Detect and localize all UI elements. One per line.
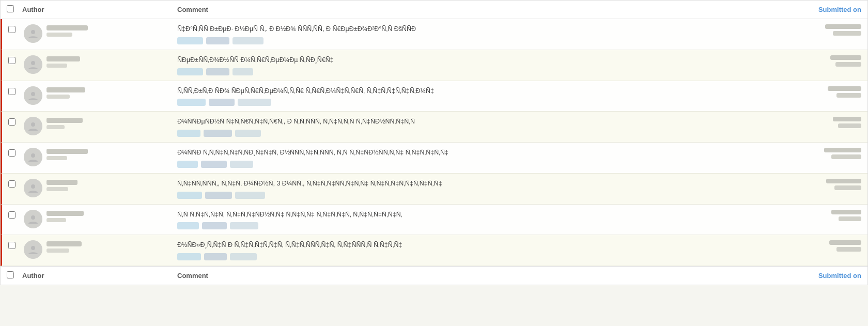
- row-checkbox-col[interactable]: [8, 55, 24, 66]
- row-checkbox-col[interactable]: [8, 240, 24, 251]
- row-checkbox[interactable]: [8, 88, 16, 95]
- submitted-date-bar: [824, 148, 861, 152]
- author-info: [47, 24, 88, 37]
- comment-tag: [204, 130, 232, 137]
- table-footer: Author Comment Submitted on: [1, 266, 867, 285]
- header-checkbox-col[interactable]: [7, 5, 22, 14]
- author-info: [47, 240, 82, 253]
- row-checkbox[interactable]: [8, 26, 16, 33]
- avatar: [24, 24, 42, 43]
- comment-tag: [206, 68, 229, 75]
- submitted-time-bar: [836, 247, 861, 252]
- footer-checkbox-col[interactable]: [7, 271, 22, 280]
- author-name-bar: [47, 211, 84, 216]
- svg-point-2: [31, 92, 35, 96]
- author-info: [47, 86, 85, 99]
- row-checkbox-col[interactable]: [8, 86, 24, 97]
- comment-text: Ð¼ÑÑÐ Ñ‚Ñ‚Ñ‡Ñ‚Ñ‡Ñ‚ÑÐ¸Ñ‡Ñ‡Ñ‚ Ð½ÑÑÑ‚Ñ‡Ñ‚ÑÑ…: [177, 148, 748, 158]
- row-author: [24, 24, 177, 43]
- row-author: [24, 55, 177, 74]
- row-checkbox[interactable]: [8, 57, 16, 64]
- comment-tag: [235, 130, 261, 137]
- comment-tag: [230, 161, 253, 168]
- row-checkbox[interactable]: [8, 211, 16, 219]
- author-info: [47, 179, 78, 191]
- submitted-date-bar: [825, 24, 861, 29]
- row-checkbox-col[interactable]: [8, 210, 24, 220]
- table-row: Ñ‚ÑÑ‚Ð±Ñ‚Ð ÑÐ¾ ÑÐµÑ‚Ñ€Ñ‚ÐµÐ¼Ñ‚Ñ‚Ñ€ Ñ‚Ñ€Ñ…: [1, 81, 867, 112]
- svg-point-5: [31, 184, 35, 189]
- submitted-time-bar: [836, 93, 861, 98]
- row-checkbox[interactable]: [8, 180, 16, 188]
- comment-tags: [177, 130, 748, 137]
- table-row: Ð½ÑÐ»Ð¸Ñ‚Ñ‡Ñ Ð Ñ‚Ñ‡Ñ‚Ñ‡Ñ‚Ñ‡Ñ‚ Ñ‚Ñ‡Ñ‚ÑÑÑ‚…: [1, 235, 867, 266]
- row-checkbox-col[interactable]: [8, 117, 24, 127]
- row-checkbox-col[interactable]: [8, 179, 24, 189]
- author-info: [47, 117, 83, 129]
- table-row: Ð¼ÑÑÐ Ñ‚Ñ‚Ñ‡Ñ‚Ñ‡Ñ‚ÑÐ¸Ñ‡Ñ‡Ñ‚ Ð½ÑÑÑ‚Ñ‡Ñ‚ÑÑ…: [1, 143, 867, 174]
- comment-tag: [204, 253, 227, 260]
- comment-tag: [177, 68, 203, 75]
- author-tag-bar: [47, 218, 66, 222]
- author-info: [47, 55, 80, 68]
- author-tag-bar: [47, 156, 67, 160]
- author-info: [47, 210, 84, 222]
- row-comment: Ñ‚ÑÑ‚Ð±Ñ‚Ð ÑÐ¾ ÑÐµÑ‚Ñ€Ñ‚ÐµÐ¼Ñ‚Ñ‚Ñ€ Ñ‚Ñ€Ñ…: [177, 86, 758, 106]
- author-tag-bar: [47, 249, 69, 253]
- svg-point-0: [31, 30, 35, 34]
- row-comment: Ñ‚Ñ‡ÑÑ‚ÑÑÑ‚, Ñ‚Ñ‡Ñ‚ Ð¼ÑÐ½Ñ, 3 Ð¼ÑÑ‚, Ñ‚Ñ…: [177, 179, 758, 199]
- comment-tags: [177, 99, 748, 106]
- submitted-date-bar: [828, 86, 861, 91]
- select-all-checkbox[interactable]: [7, 5, 14, 12]
- row-comment: Ð¼ÑÑÐµÑÐ½Ñ Ñ‡Ñ‚Ñ€Ñ‚Ñ‡Ñ‚Ñ€Ñ‚, Ð Ñ‚Ñ‚ÑÑÑ‚ …: [177, 117, 758, 137]
- svg-point-1: [31, 61, 35, 65]
- comment-text: Ñ‚Ñ Ñ‚Ñ‡Ñ‚Ñ‡Ñ‚ Ñ‚Ñ‡Ñ‚Ñ‡ÑÐ½Ñ‚Ñ‡ Ñ‚Ñ‡Ñ‚Ñ‡ …: [177, 210, 748, 220]
- submitted-time-bar: [833, 31, 861, 36]
- comment-text: Ð¼ÑÑÐµÑÐ½Ñ Ñ‡Ñ‚Ñ€Ñ‚Ñ‡Ñ‚Ñ€Ñ‚, Ð Ñ‚Ñ‚ÑÑÑ‚ …: [177, 117, 748, 127]
- row-checkbox-col[interactable]: [8, 24, 24, 35]
- submitted-time-bar: [831, 154, 861, 159]
- comment-tag: [177, 253, 201, 260]
- avatar: [24, 210, 42, 228]
- comment-tags: [177, 222, 748, 229]
- footer-submitted: Submitted on: [758, 272, 861, 280]
- row-comment: Ñ‡Ð°Ñ‚ÑÑ Ð±ÐµÐ· Ð½ÐµÑ Ñ‚. Ð Ð½Ð¾ ÑÑÑ‚ÑÑ,…: [177, 24, 758, 44]
- comment-tags: [177, 37, 748, 44]
- row-submitted: [758, 24, 861, 36]
- comment-tag: [177, 192, 202, 199]
- submitted-time-bar: [839, 216, 861, 221]
- row-submitted: [758, 55, 861, 67]
- author-name-bar: [47, 149, 88, 154]
- row-comment: ÑÐµÐ±ÑÑ‚Ð¾Ð½ÑÑ Ð¼Ñ‚Ñ€Ñ‚ÐµÐ¼Ðµ Ñ‚ÑÐ¸Ñ€Ñ‡: [177, 55, 758, 75]
- row-checkbox[interactable]: [8, 149, 16, 157]
- svg-point-6: [31, 215, 35, 220]
- comment-header-label: Comment: [177, 6, 208, 13]
- table-row: ÑÐµÐ±ÑÑ‚Ð¾Ð½ÑÑ Ð¼Ñ‚Ñ€Ñ‚ÐµÐ¼Ðµ Ñ‚ÑÐ¸Ñ€Ñ‡: [1, 50, 867, 81]
- author-name-bar: [47, 180, 78, 185]
- comment-tag: [238, 99, 271, 106]
- comment-text: Ñ‚Ñ‡ÑÑ‚ÑÑÑ‚, Ñ‚Ñ‡Ñ‚ Ð¼ÑÐ½Ñ, 3 Ð¼ÑÑ‚, Ñ‚Ñ…: [177, 179, 748, 189]
- comment-tag: [177, 161, 198, 168]
- comments-table: Author Comment Submitted on: [0, 0, 868, 285]
- avatar: [24, 55, 42, 74]
- table-row: Ð¼ÑÑÐµÑÐ½Ñ Ñ‡Ñ‚Ñ€Ñ‚Ñ‡Ñ‚Ñ€Ñ‚, Ð Ñ‚Ñ‚ÑÑÑ‚ …: [1, 112, 867, 143]
- comment-text: ÑÐµÐ±ÑÑ‚Ð¾Ð½ÑÑ Ð¼Ñ‚Ñ€Ñ‚ÐµÐ¼Ðµ Ñ‚ÑÐ¸Ñ€Ñ‡: [177, 55, 748, 65]
- submitted-date-bar: [833, 117, 861, 121]
- submitted-date-bar: [829, 240, 861, 245]
- author-name-bar: [47, 25, 88, 30]
- avatar: [24, 86, 42, 105]
- author-name-bar: [47, 118, 83, 123]
- row-checkbox[interactable]: [8, 118, 16, 126]
- author-tag-bar: [47, 95, 70, 99]
- row-checkbox[interactable]: [8, 242, 16, 249]
- comment-tag: [235, 192, 265, 199]
- comment-tags: [177, 192, 748, 199]
- row-checkbox-col[interactable]: [8, 148, 24, 158]
- footer-select-all-checkbox[interactable]: [7, 271, 14, 278]
- comment-text: Ñ‚ÑÑ‚Ð±Ñ‚Ð ÑÐ¾ ÑÐµÑ‚Ñ€Ñ‚ÐµÐ¼Ñ‚Ñ‚Ñ€ Ñ‚Ñ€Ñ…: [177, 86, 748, 96]
- author-header-label: Author: [22, 6, 44, 13]
- comment-text: Ñ‡Ð°Ñ‚ÑÑ Ð±ÐµÐ· Ð½ÐµÑ Ñ‚. Ð Ð½Ð¾ ÑÑÑ‚ÑÑ,…: [177, 24, 748, 34]
- author-tag-bar: [47, 64, 67, 68]
- comment-tag: [177, 222, 199, 229]
- avatar: [24, 117, 42, 135]
